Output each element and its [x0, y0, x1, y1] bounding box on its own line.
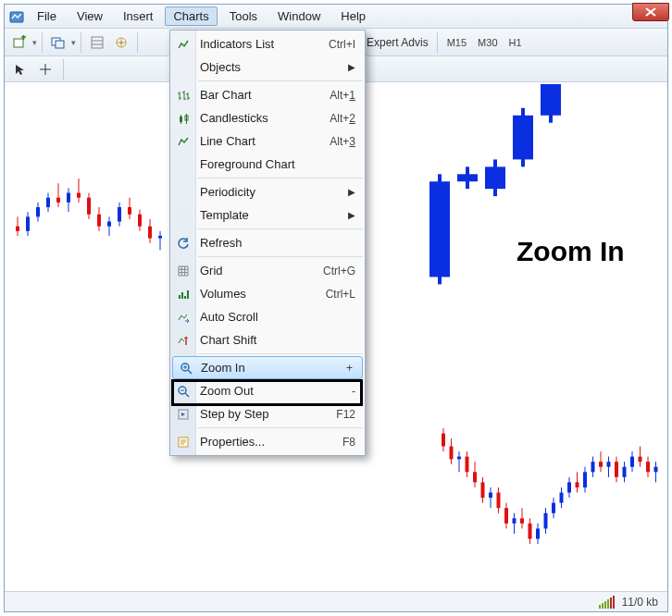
svg-rect-61	[520, 518, 524, 524]
menu-item-shortcut: F12	[336, 408, 355, 421]
menu-item-objects[interactable]: Objects▶	[170, 55, 365, 79]
profiles-button[interactable]	[47, 31, 69, 54]
menu-item-indicators-list[interactable]: Indicators ListCtrl+I	[170, 32, 365, 55]
menu-item-label: Indicators List	[200, 37, 274, 51]
menu-item-candlesticks[interactable]: CandlesticksAlt+2	[170, 106, 365, 129]
svg-rect-93	[646, 462, 650, 472]
svg-rect-29	[107, 222, 111, 227]
menu-help[interactable]: Help	[332, 6, 374, 26]
svg-rect-85	[615, 462, 618, 477]
svg-rect-17	[46, 198, 50, 207]
menu-item-label: Auto Scroll	[200, 310, 258, 324]
svg-rect-19	[56, 198, 60, 203]
menu-item-step-by-step[interactable]: Step by StepF12	[170, 402, 365, 425]
autoscroll-icon	[175, 309, 192, 326]
svg-rect-91	[639, 457, 642, 462]
app-window: File View Insert Charts Tools Window Hel…	[4, 4, 668, 612]
svg-rect-118	[184, 296, 186, 299]
svg-rect-33	[128, 207, 131, 215]
menubar: File View Insert Charts Tools Window Hel…	[5, 5, 667, 29]
new-chart-button[interactable]	[8, 31, 31, 54]
menu-item-label: Candlesticks	[200, 111, 268, 125]
menu-item-volumes[interactable]: VolumesCtrl+L	[170, 282, 365, 305]
menu-insert[interactable]: Insert	[115, 6, 162, 26]
menu-tools[interactable]: Tools	[221, 6, 266, 26]
svg-rect-103	[513, 116, 533, 160]
menu-item-refresh[interactable]: Refresh	[170, 231, 365, 254]
menu-item-label: Objects	[200, 60, 241, 74]
timeframe-m30[interactable]: M30	[473, 35, 502, 50]
volumes-icon	[175, 286, 192, 302]
menu-item-chart-shift[interactable]: Chart Shift	[170, 328, 365, 351]
menu-item-zoom-out[interactable]: Zoom Out-	[170, 379, 365, 402]
blank-icon	[175, 184, 192, 201]
market-watch-button[interactable]	[86, 31, 108, 54]
submenu-arrow-icon: ▶	[348, 210, 355, 220]
candlestick-icon	[175, 110, 192, 127]
svg-rect-71	[560, 493, 564, 503]
menu-item-properties[interactable]: Properties...F8	[170, 430, 365, 453]
menu-item-template[interactable]: Template▶	[170, 203, 365, 227]
svg-rect-119	[187, 290, 189, 299]
svg-rect-116	[179, 295, 180, 299]
market-watch-icon	[91, 36, 104, 49]
timeframe-h1[interactable]: H1	[504, 35, 527, 50]
crosshair-button[interactable]	[34, 58, 56, 80]
menu-item-periodicity[interactable]: Periodicity▶	[170, 180, 365, 203]
menu-item-label: Refresh	[200, 236, 243, 250]
timeframe-m15[interactable]: M15	[442, 35, 471, 50]
menu-item-foreground-chart[interactable]: Foreground Chart	[170, 153, 365, 176]
step-icon	[175, 406, 192, 423]
window-close-button[interactable]	[632, 3, 669, 21]
cursor-button[interactable]	[8, 58, 31, 80]
status-kb-text: 11/0 kb	[622, 596, 658, 609]
menu-item-shortcut: Alt+3	[330, 135, 355, 148]
menu-item-label: Line Chart	[200, 134, 255, 148]
menu-item-label: Zoom In	[201, 361, 245, 375]
svg-rect-75	[576, 482, 579, 487]
menu-item-label: Zoom Out	[200, 384, 254, 398]
svg-rect-89	[630, 457, 634, 467]
svg-rect-31	[118, 207, 121, 221]
menu-item-label: Properties...	[200, 435, 265, 449]
svg-rect-3	[56, 41, 64, 48]
menu-item-line-chart[interactable]: Line ChartAlt+3	[170, 129, 365, 153]
svg-rect-23	[77, 193, 81, 198]
connection-bars-icon	[599, 596, 615, 609]
menu-item-auto-scroll[interactable]: Auto Scroll	[170, 305, 365, 328]
svg-rect-73	[567, 482, 571, 492]
menu-item-shortcut: Alt+1	[330, 89, 355, 102]
profiles-icon	[51, 35, 66, 50]
svg-rect-101	[485, 166, 505, 189]
svg-rect-65	[536, 528, 540, 538]
svg-rect-53	[489, 493, 492, 499]
menu-item-shortcut: Ctrl+I	[329, 38, 355, 51]
close-icon	[645, 7, 656, 17]
svg-rect-25	[87, 198, 91, 215]
menu-item-label: Chart Shift	[200, 333, 256, 347]
navigator-button[interactable]	[110, 31, 132, 54]
navigator-icon	[115, 36, 128, 49]
menu-file[interactable]: File	[29, 6, 65, 26]
menu-item-label: Template	[200, 208, 249, 222]
menu-item-grid[interactable]: GridCtrl+G	[170, 259, 365, 282]
bar-chart-icon	[175, 87, 192, 104]
menu-item-bar-chart[interactable]: Bar ChartAlt+1	[170, 83, 365, 106]
menu-item-label: Bar Chart	[200, 88, 252, 102]
svg-rect-87	[623, 467, 627, 477]
svg-rect-67	[544, 513, 548, 529]
charts-dropdown: Indicators ListCtrl+IObjects▶Bar ChartAl…	[169, 30, 366, 456]
menu-item-shortcut: Alt+2	[330, 112, 355, 125]
svg-rect-69	[552, 503, 555, 513]
zoom-in-annotation: Zoom In	[516, 236, 625, 267]
menu-item-label: Grid	[200, 264, 223, 277]
svg-rect-41	[442, 434, 445, 447]
svg-rect-55	[497, 493, 501, 509]
menu-charts[interactable]: Charts	[165, 6, 217, 26]
menu-view[interactable]: View	[68, 6, 111, 26]
menu-window[interactable]: Window	[269, 6, 329, 26]
expert-advisors-label[interactable]: Expert Advis	[363, 36, 432, 49]
menu-item-zoom-in[interactable]: Zoom In+	[172, 356, 363, 379]
svg-rect-95	[654, 467, 658, 473]
menu-item-label: Step by Step	[200, 407, 268, 421]
